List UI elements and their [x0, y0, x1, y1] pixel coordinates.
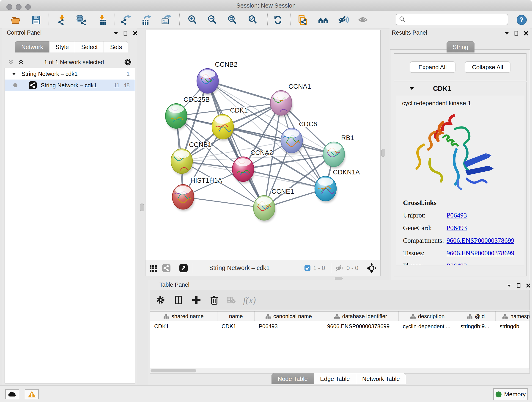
search-input[interactable]: [408, 16, 508, 23]
network-canvas[interactable]: CCNB2CCNA1CDC25BCDK1CDC6RB1CCNB1CCNA2CDK…: [145, 30, 380, 260]
panel-float-icon[interactable]: [514, 31, 519, 36]
fit-content-crosshair-icon[interactable]: [366, 263, 377, 274]
expand-all-button[interactable]: Expand All: [410, 61, 456, 73]
tab-sets[interactable]: Sets: [104, 41, 128, 52]
node-CDKN1A[interactable]: CDKN1A: [315, 168, 360, 203]
copy-style-icon[interactable]: [298, 15, 308, 25]
table-cell[interactable]: cyclin-dependent ...: [399, 323, 456, 330]
import-database-icon[interactable]: [76, 15, 86, 25]
zoom-in-icon[interactable]: [187, 15, 198, 25]
show-columns-icon[interactable]: [173, 295, 184, 305]
share-view-icon[interactable]: [162, 263, 171, 273]
node-HIST1H1A[interactable]: HIST1H1A: [172, 177, 222, 211]
node-table[interactable]: shared namenamecanonical namedatabase id…: [150, 311, 530, 369]
panel-menu-icon[interactable]: [506, 283, 512, 288]
network-options-gear-icon[interactable]: [123, 57, 133, 67]
crosslink-link[interactable]: 9606.ENSP00000378699: [447, 249, 514, 257]
network-row[interactable]: String Network – cdk1 11 48: [5, 80, 135, 91]
table-cell[interactable]: CDK1: [150, 323, 217, 330]
column-header-shared-name[interactable]: shared name: [150, 312, 217, 321]
table-cell[interactable]: stringdb: [496, 323, 530, 330]
node-CCNB2[interactable]: CCNB2: [197, 61, 237, 95]
cloud-button[interactable]: [5, 389, 19, 399]
column-header-canonical-name[interactable]: canonical name: [254, 312, 323, 321]
panel-menu-icon[interactable]: [504, 31, 510, 36]
open-icon[interactable]: [11, 15, 21, 25]
section-disclosure-icon[interactable]: [409, 85, 415, 91]
table-horizontal-scrollbar[interactable]: [150, 369, 530, 374]
edge-CCNB2-CCNE1[interactable]: [208, 81, 264, 208]
table-options-gear-icon[interactable]: [156, 295, 166, 305]
table-cell[interactable]: stringdb:9...: [456, 323, 496, 330]
node-CCNA1[interactable]: CCNA1: [270, 83, 311, 117]
zoom-selected-icon[interactable]: [247, 15, 258, 25]
zoom-fit-icon[interactable]: [227, 15, 238, 25]
export-network-icon[interactable]: [121, 15, 132, 25]
tab-style[interactable]: Style: [49, 41, 75, 52]
gene-section-header[interactable]: CDK1: [394, 82, 526, 95]
column-header-description[interactable]: description: [399, 312, 456, 321]
panel-close-icon[interactable]: [526, 283, 531, 288]
edge-HIST1H1A-CCNE1[interactable]: [183, 197, 264, 208]
search-box[interactable]: [396, 14, 508, 25]
column-header-id[interactable]: @id: [456, 312, 496, 321]
expand-all-chevrons-icon[interactable]: [17, 58, 25, 66]
column-header-namespace[interactable]: namespace: [496, 312, 530, 321]
bottom-splitter-grip[interactable]: [335, 277, 342, 280]
refresh-icon[interactable]: [273, 15, 283, 25]
save-icon[interactable]: [31, 15, 41, 25]
panel-close-icon[interactable]: [523, 31, 529, 36]
selected-checkbox-icon[interactable]: [304, 265, 311, 272]
table-panel: Table Panel: [147, 280, 532, 385]
open-in-window-icon[interactable]: [179, 263, 188, 273]
export-table-icon[interactable]: [141, 15, 151, 25]
node-CCNA2[interactable]: CCNA2: [232, 149, 273, 183]
column-header-database-identifier[interactable]: database identifier: [323, 312, 399, 321]
tab-select[interactable]: Select: [75, 41, 104, 52]
panel-float-icon[interactable]: [516, 283, 521, 288]
memory-button[interactable]: Memory: [493, 388, 528, 400]
help-icon[interactable]: ?: [516, 15, 527, 25]
tab-network[interactable]: Network: [15, 41, 49, 52]
add-column-icon[interactable]: [191, 295, 201, 305]
hide-icon[interactable]: [338, 15, 349, 25]
table-cell[interactable]: 9606.ENSP00000378699: [323, 323, 399, 330]
edge-CCNA2-CDKN1A[interactable]: [243, 169, 326, 189]
panel-float-icon[interactable]: [123, 31, 128, 36]
warnings-button[interactable]: [25, 389, 39, 399]
node-RB1[interactable]: RB1: [323, 134, 354, 168]
crosslink-link[interactable]: P06493: [447, 224, 467, 232]
crosslink-link[interactable]: P06493: [447, 211, 467, 219]
table-cell[interactable]: CDK1: [217, 323, 254, 330]
right-splitter-grip[interactable]: [381, 149, 385, 157]
table-cell[interactable]: P06493: [254, 323, 323, 330]
tab-node-table[interactable]: Node Table: [272, 373, 314, 384]
houses-icon[interactable]: [318, 15, 329, 25]
tab-network-table[interactable]: Network Table: [356, 373, 406, 384]
collapse-all-button[interactable]: Collapse All: [465, 61, 510, 73]
zoom-out-icon[interactable]: [207, 15, 217, 25]
crosslink-link[interactable]: P06493: [447, 262, 467, 265]
import-table-icon[interactable]: [97, 15, 108, 25]
control-panel: Control Panel NetworkStyleSelectSets 1 o…: [2, 28, 137, 385]
birds-eye-grid-icon[interactable]: [149, 264, 158, 273]
collapse-all-chevrons-icon[interactable]: [7, 58, 15, 66]
column-header-name[interactable]: name: [217, 312, 254, 321]
delete-column-icon[interactable]: [209, 295, 219, 305]
node-CDC6[interactable]: CDC6: [281, 120, 317, 155]
tab-string[interactable]: String: [447, 41, 475, 52]
collection-disclosure-icon[interactable]: [11, 71, 17, 77]
crosslink-link[interactable]: 9606.ENSP00000378699: [447, 237, 514, 244]
export-image-icon[interactable]: [161, 15, 171, 25]
import-network-icon[interactable]: [57, 15, 67, 25]
panel-menu-icon[interactable]: [113, 31, 119, 36]
left-splitter-grip[interactable]: [140, 204, 144, 211]
network-edge-count: 48: [123, 82, 130, 89]
network-view-title: String Network – cdk1: [209, 264, 297, 272]
table-row[interactable]: CDK1CDK1P064939606.ENSP00000378699cyclin…: [150, 321, 530, 332]
show-icon[interactable]: [358, 15, 369, 25]
node-CCNE1[interactable]: CCNE1: [253, 188, 294, 222]
panel-close-icon[interactable]: [133, 31, 138, 36]
tab-edge-table[interactable]: Edge Table: [314, 373, 356, 384]
network-collection-row[interactable]: String Network – cdk1 1: [5, 68, 135, 80]
